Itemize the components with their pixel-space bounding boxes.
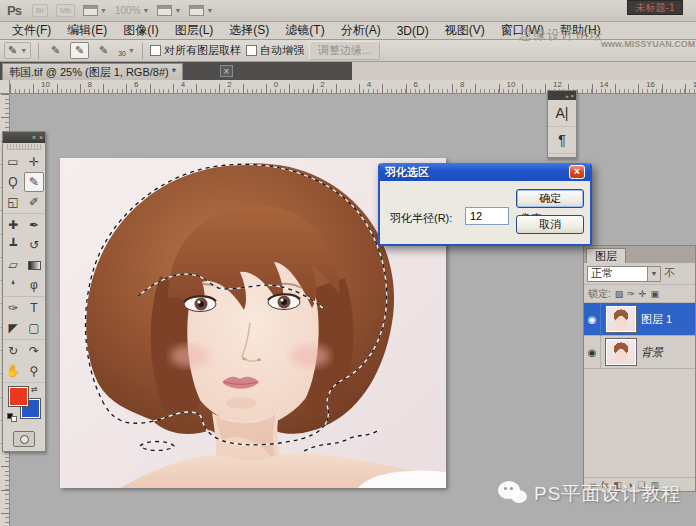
clone-stamp-tool[interactable]: ┻ [3,235,23,255]
checkbox-icon[interactable] [246,45,257,56]
wechat-icon [498,481,528,507]
layer-thumbnail[interactable] [606,339,636,365]
pen-tool[interactable]: ✑ [3,298,23,318]
horizontal-ruler[interactable]: 108642024681012141618 [10,80,696,94]
type-panel-dock: » × A| ¶ [547,90,577,158]
mobile-icon[interactable]: Mb [56,4,75,17]
hand-tool[interactable]: ✋ [3,361,23,381]
3d-rotate-tool[interactable]: ↻ [3,341,23,361]
lock-icon-3[interactable]: ▣ [650,289,659,299]
paragraph-panel-icon[interactable]: ¶ [548,127,576,154]
zoom-level-control[interactable]: 100%▼ [115,5,150,16]
feather-radius-input[interactable] [465,207,509,225]
menu-item-3[interactable]: 图层(L) [167,22,222,39]
layer-visibility-eye-icon[interactable]: ◉ [584,336,601,369]
dodge-tool[interactable]: φ [24,275,44,295]
crop-tool[interactable]: ◱ [3,192,23,212]
swap-colors-icon[interactable]: ⇄ [31,385,38,394]
document-tab-bar: 韩国.tif @ 25% (图层 1, RGB/8#) * × [0,62,696,80]
lock-icon-0[interactable]: ▨ [615,289,624,299]
tools-panel-header[interactable]: » × [3,132,45,143]
layer-row[interactable]: ◉图层 1 [584,303,695,336]
rectangular-marquee-tool[interactable]: ▭ [3,152,23,172]
ruler-number: 2 [320,80,324,89]
document-close-icon[interactable]: × [220,65,233,77]
lasso-tool[interactable]: Ϙ [3,172,23,192]
blur-tool[interactable]: ❛ [3,275,23,295]
quick-selection-tool[interactable]: ✎ [24,172,44,192]
collapse-panel-icon[interactable]: » [565,93,568,99]
close-panel-icon[interactable]: × [39,134,43,141]
quick-mask-button[interactable] [13,431,35,447]
menu-item-8[interactable]: 视图(V) [437,22,493,39]
tools-panel: » × ▭✛Ϙ✎◱✐✚✒┻↺▱❛φ✑T◤▢↻↷✋⚲ ⇄ [2,131,46,452]
untitled-document-tab[interactable]: 未标题-1 [627,0,683,15]
arrange-documents-icon[interactable]: ▼ [83,5,107,16]
cancel-button[interactable]: 取消 [516,215,584,234]
move-tool[interactable]: ✛ [24,152,44,172]
refine-edge-button[interactable]: 调整边缘... [309,41,380,60]
photoshop-window: Ps Br Mb ▼ 100%▼ ▼ ▼ 思缘设计论坛 www.MISSYUAN… [0,0,696,526]
eyedropper-tool[interactable]: ✐ [24,192,44,212]
menu-item-5[interactable]: 滤镜(T) [277,22,332,39]
shape-tool[interactable]: ▢ [24,318,44,338]
ruler-number: 4 [367,80,371,89]
panel-gripper[interactable] [7,144,41,150]
color-swatches: ⇄ [3,383,45,429]
lock-icon-2[interactable]: ✛ [639,289,647,299]
left-eye [184,296,216,311]
ruler-number: 4 [181,80,185,89]
eraser-tool[interactable]: ▱ [3,255,23,275]
foreground-color[interactable] [9,387,28,406]
layer-thumbnail[interactable] [606,306,636,332]
gradient-tool[interactable] [24,255,44,275]
menu-item-0[interactable]: 文件(F) [4,22,59,39]
document-tab[interactable]: 韩国.tif @ 25% (图层 1, RGB/8#) * [2,63,183,80]
subtract-from-selection-mode-button[interactable]: ✎ [94,42,113,59]
lock-icon-1[interactable]: ✑ [627,289,635,299]
blend-mode-select[interactable]: 正常 ▼ [587,266,661,282]
opacity-label-clipped: 不 [664,266,675,281]
brush-picker[interactable]: 30 ▼ [118,42,135,60]
type-tool[interactable]: T [24,298,44,318]
ok-button[interactable]: 确定 [516,189,584,208]
healing-brush-tool[interactable]: ✚ [3,215,23,235]
add-to-selection-mode-button[interactable]: ✎ [70,42,89,59]
3d-orbit-tool[interactable]: ↷ [24,341,44,361]
ruler-number: 0 [274,80,278,89]
close-panel-icon[interactable]: × [570,93,574,99]
menu-item-6[interactable]: 分析(A) [333,22,389,39]
screen-mode-icon[interactable]: ▼ [189,5,213,16]
path-selection-tool[interactable]: ◤ [3,318,23,338]
default-colors-icon[interactable] [7,413,17,422]
sample-all-layers-checkbox[interactable]: 对所有图层取样 [150,43,241,58]
menu-item-1[interactable]: 编辑(E) [59,22,115,39]
checkbox-icon[interactable] [150,45,161,56]
layer-visibility-eye-icon[interactable]: ◉ [584,303,601,336]
dialog-close-icon[interactable]: × [569,165,585,179]
application-bar: Ps Br Mb ▼ 100%▼ ▼ ▼ [0,0,696,22]
ruler-number: 6 [134,80,138,89]
chevron-down-icon[interactable]: ▼ [647,267,660,281]
zoom-tool[interactable]: ⚲ [24,361,44,381]
dialog-title-bar[interactable]: 羽化选区 × [380,163,590,181]
ruler-number: 12 [553,80,562,89]
brush-tool[interactable]: ✒ [24,215,44,235]
history-brush-tool[interactable]: ↺ [24,235,44,255]
bridge-icon[interactable]: Br [32,4,48,17]
menu-item-2[interactable]: 图像(I) [115,22,166,39]
new-selection-mode-button[interactable]: ✎ [46,42,65,59]
layer-row[interactable]: ◉背景 [584,336,695,369]
tutorial-watermark-text: PS平面设计教程 [534,481,681,507]
type-panel-header[interactable]: » × [548,91,576,100]
view-extras-icon[interactable]: ▼ [157,5,181,16]
menu-item-7[interactable]: 3D(D) [389,24,437,38]
menu-item-4[interactable]: 选择(S) [221,22,277,39]
feather-radius-label: 羽化半径(R): [390,211,452,226]
tool-preset-picker[interactable]: ✎▼ [4,42,31,59]
tutorial-watermark: PS平面设计教程 [498,481,681,507]
auto-enhance-checkbox[interactable]: 自动增强 [246,43,304,58]
collapse-panel-icon[interactable]: » [32,134,36,141]
layers-tab[interactable]: 图层 [586,248,626,263]
character-panel-icon[interactable]: A| [548,100,576,127]
